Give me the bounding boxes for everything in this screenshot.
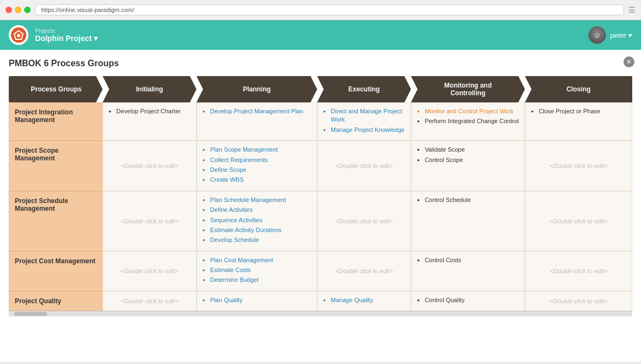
row-label-4[interactable]: Project Quality (9, 291, 102, 311)
cell-0-closing[interactable]: Close Project or Phase (525, 102, 632, 141)
table-row: Project Schedule Management<Double click… (9, 191, 632, 251)
list-item: Control Scope (417, 156, 519, 164)
col-header-monitoring: Monitoring andControlling (411, 76, 525, 102)
cell-1-monitoring[interactable]: Validate ScopeControl Scope (411, 141, 525, 191)
cell-1-planning[interactable]: Plan Scope ManagementCollect Requirement… (197, 141, 317, 191)
app-header: Projects: Dolphin Project ▾ ☺ peter ▾ (0, 20, 641, 50)
cell-2-monitoring[interactable]: Control Schedule (411, 191, 525, 251)
maximize-button-chrome[interactable] (24, 7, 31, 13)
close-button-chrome[interactable] (5, 7, 12, 13)
user-name[interactable]: peter ▾ (610, 31, 632, 39)
list-item: Develop Schedule (203, 236, 311, 244)
url-bar[interactable]: https://online.visual-paradigm.com/ (35, 4, 624, 15)
cell-1-executing[interactable]: <Double click to edit> (317, 141, 411, 191)
logo-inner (11, 27, 26, 43)
list-item: Define Activities (203, 206, 311, 214)
list-item: Manage Quality (323, 296, 405, 304)
col-header-process: Process Groups (9, 76, 102, 102)
main-content: ✕ PMBOK 6 Process Groups Process Groups … (0, 50, 641, 362)
table-body: Project Integration ManagementDevelop Pr… (9, 102, 632, 311)
pmbok-table: Process Groups Initialing Planning Execu… (9, 76, 632, 311)
list-item: Determine Budget (203, 276, 311, 284)
list-item: Plan Cost Management (203, 256, 311, 264)
cell-4-executing[interactable]: Manage Quality (317, 291, 411, 311)
row-label-2[interactable]: Project Schedule Management (9, 191, 102, 251)
cell-4-monitoring[interactable]: Control Quality (411, 291, 525, 311)
avatar-image: ☺ (588, 26, 606, 44)
cell-4-planning[interactable]: Plan Quality (197, 291, 317, 311)
menu-icon[interactable]: ☰ (628, 5, 636, 14)
horizontal-scrollbar[interactable] (9, 311, 632, 316)
list-item: Validate Scope (417, 146, 519, 154)
cell-3-executing[interactable]: <Double click to edit> (317, 251, 411, 291)
list-item: Perform Integrated Change Control (417, 117, 519, 125)
list-item: Create WBS (203, 176, 311, 184)
list-item: Control Costs (417, 256, 519, 264)
list-item: Collect Requirements (203, 156, 311, 164)
list-item: Control Schedule (417, 196, 519, 204)
cell-0-planning[interactable]: Develop Project Management Plan (197, 102, 317, 141)
list-item: Control Quality (417, 296, 519, 304)
list-item: Develop Project Management Plan (203, 107, 311, 115)
col-header-planning: Planning (197, 76, 317, 102)
cell-0-executing[interactable]: Direct and Manage Project WorkManage Pro… (317, 102, 411, 141)
row-label-3[interactable]: Project Cost Management (9, 251, 102, 291)
list-item: Plan Quality (203, 296, 311, 304)
cell-2-executing[interactable]: <Double click to edit> (317, 191, 411, 251)
cell-1-initialing[interactable]: <Double click to edit> (102, 141, 196, 191)
projects-label: Projects: (35, 28, 98, 34)
cell-3-initialing[interactable]: <Double click to edit> (102, 251, 196, 291)
table-row: Project Integration ManagementDevelop Pr… (9, 102, 632, 141)
list-item: Plan Scope Management (203, 146, 311, 154)
cell-3-planning[interactable]: Plan Cost ManagementEstimate CostsDeterm… (197, 251, 317, 291)
table-row: Project Cost Management<Double click to … (9, 251, 632, 291)
table-row: Project Scope Management<Double click to… (9, 141, 632, 191)
col-header-closing: Closing (525, 76, 632, 102)
cell-3-monitoring[interactable]: Control Costs (411, 251, 525, 291)
list-item: Plan Schedule Management (203, 196, 311, 204)
cell-0-initialing[interactable]: Develop Project Charter (102, 102, 196, 141)
browser-chrome: https://online.visual-paradigm.com/ ☰ (0, 0, 641, 20)
list-item: Monitor and Control Project Work (417, 107, 519, 115)
horizontal-scrollbar-thumb[interactable] (14, 312, 47, 316)
list-item: Manage Project Knowledge (323, 126, 405, 134)
scroll-container[interactable]: Process Groups Initialing Planning Execu… (9, 76, 632, 311)
project-info: Projects: Dolphin Project ▾ (35, 28, 98, 43)
logo (9, 25, 28, 45)
list-item: Sequence Activities (203, 216, 311, 224)
row-label-0[interactable]: Project Integration Management (9, 102, 102, 141)
close-button[interactable]: ✕ (623, 56, 634, 67)
user-area: ☺ peter ▾ (588, 26, 632, 44)
list-item: Direct and Manage Project Work (323, 107, 405, 124)
cell-2-initialing[interactable]: <Double click to edit> (102, 191, 196, 251)
cell-2-closing[interactable]: <Double click to edit> (525, 191, 632, 251)
list-item: Develop Project Charter (108, 107, 190, 115)
list-item: Estimate Costs (203, 266, 311, 274)
cell-3-closing[interactable]: <Double click to edit> (525, 251, 632, 291)
project-name[interactable]: Dolphin Project ▾ (35, 34, 98, 43)
cell-1-closing[interactable]: <Double click to edit> (525, 141, 632, 191)
list-item: Define Scope (203, 166, 311, 174)
cell-4-closing[interactable]: <Double click to edit> (525, 291, 632, 311)
cell-4-initialing[interactable]: <Double click to edit> (102, 291, 196, 311)
page-title: PMBOK 6 Process Groups (9, 59, 632, 68)
table-row: Project Quality<Double click to edit>Pla… (9, 291, 632, 311)
list-item: Close Project or Phase (531, 107, 626, 115)
list-item: Estimate Activity Durations (203, 226, 311, 234)
header-row: Process Groups Initialing Planning Execu… (9, 76, 632, 102)
traffic-lights (5, 7, 31, 13)
row-label-1[interactable]: Project Scope Management (9, 141, 102, 191)
avatar: ☺ (588, 26, 606, 44)
cell-2-planning[interactable]: Plan Schedule ManagementDefine Activitie… (197, 191, 317, 251)
minimize-button-chrome[interactable] (15, 7, 21, 13)
svg-point-1 (17, 34, 20, 37)
col-header-initialing: Initialing (102, 76, 196, 102)
cell-0-monitoring[interactable]: Monitor and Control Project WorkPerform … (411, 102, 525, 141)
col-header-executing: Executing (317, 76, 411, 102)
